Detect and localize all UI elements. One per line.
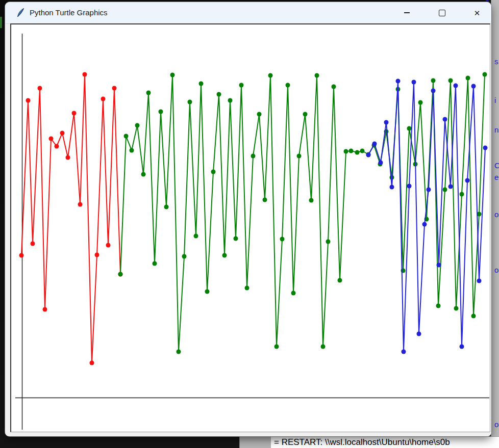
background-window-right-edge[interactable]: sinCeooo [491,0,499,448]
series-green-point [344,149,348,154]
series-blue-point [437,263,441,268]
series-red-point [26,98,31,103]
series-red-point [38,86,42,91]
turtle-canvas [10,23,490,432]
series-green-point [211,170,216,174]
minimize-icon [404,12,410,13]
series-green-point [228,98,233,103]
series-green-point [141,172,146,177]
series-green-point [303,112,308,117]
series-blue-point [454,84,458,88]
series-blue-point [402,350,406,354]
series-green-point [407,126,412,131]
series-green-point [349,149,354,153]
series-blue-point [372,142,377,146]
series-red-point [31,242,35,246]
tk-feather-icon [15,8,26,18]
series-green-point [118,272,123,277]
series-green-point [326,240,331,244]
maximize-icon [439,10,445,16]
series-green-point [217,92,221,97]
maximize-button[interactable] [430,2,454,23]
series-blue-point [390,185,394,190]
series-green-point [251,154,256,159]
series-green-point [443,188,447,192]
series-green-point [291,291,296,296]
series-green-point [460,192,464,197]
series-green-point [239,83,244,88]
background-text-fragment: s [494,57,499,66]
series-blue-point [412,80,416,85]
series-blue-point [471,84,476,89]
series-green-point [268,73,273,78]
series-red-point [72,111,77,116]
series-red-point [60,131,65,136]
series-green-point [188,100,192,104]
minimize-button[interactable] [395,2,418,23]
series-blue-point [465,178,470,183]
series-red-point [90,361,94,365]
background-text-fragment: o [494,266,499,274]
series-green-point [275,345,279,349]
background-gray-box [239,436,271,448]
series-green-point [280,237,285,242]
series-red-point [83,72,87,77]
series-green-point [436,304,441,308]
close-icon: ✕ [474,9,481,17]
series-green-point [286,83,290,88]
series-blue-point [407,184,412,189]
series-green-point [338,278,342,283]
series-red-point [19,253,24,258]
window-title: Python Turtle Graphics [30,8,108,17]
series-green-point [199,82,204,86]
turtle-graphics-window: Python Turtle Graphics ✕ [5,2,491,436]
idle-shell-strip[interactable]: = RESTART: \\wsl.localhost\Ubuntu\home\s… [271,436,499,448]
series-green-point [448,78,453,83]
series-green-point [332,85,336,89]
series-blue-point [422,222,427,227]
series-red-point [95,253,99,257]
background-green-sliver [0,17,2,28]
series-red-point [43,307,47,312]
series-green-point [309,198,314,203]
series-blue-point [448,185,453,189]
series-blue-point [443,117,447,122]
series-green-point [263,198,267,202]
series-green-point [315,73,319,78]
background-text-fragment: o [494,420,499,429]
series-green-point [418,100,423,105]
series-blue-point [366,153,371,157]
series-red-point [66,155,70,160]
series-blue-point [417,332,421,336]
series-blue-point [427,188,431,192]
series-green-point [431,78,436,83]
background-text-fragment: i [494,96,499,104]
series-green-point [297,154,302,159]
series-blue-point [477,279,482,283]
series-green-point [164,205,169,209]
series-red-point [55,144,59,149]
series-green-line [120,74,485,352]
series-green-point [159,110,163,114]
background-text-fragment: n [494,125,499,134]
series-green-point [135,123,140,128]
window-bottom-frame [5,432,491,436]
series-green-point [222,253,227,258]
series-green-point [182,254,187,259]
series-blue-point [379,161,383,165]
series-red-point [101,97,106,101]
series-green-point [454,306,459,311]
series-green-point [205,289,210,294]
series-green-point [483,72,487,77]
series-green-point [471,314,476,319]
window-titlebar[interactable]: Python Turtle Graphics ✕ [5,2,491,24]
series-red-point [106,243,111,248]
series-green-point [177,350,181,354]
idle-restart-text: = RESTART: \\wsl.localhost\Ubuntu\home\s… [274,437,450,447]
series-blue-point [396,79,401,84]
background-text-fragment: C [494,161,499,170]
close-button[interactable]: ✕ [465,2,489,23]
series-green-point [234,236,238,241]
series-red-point [78,202,83,207]
series-green-point [153,261,157,266]
